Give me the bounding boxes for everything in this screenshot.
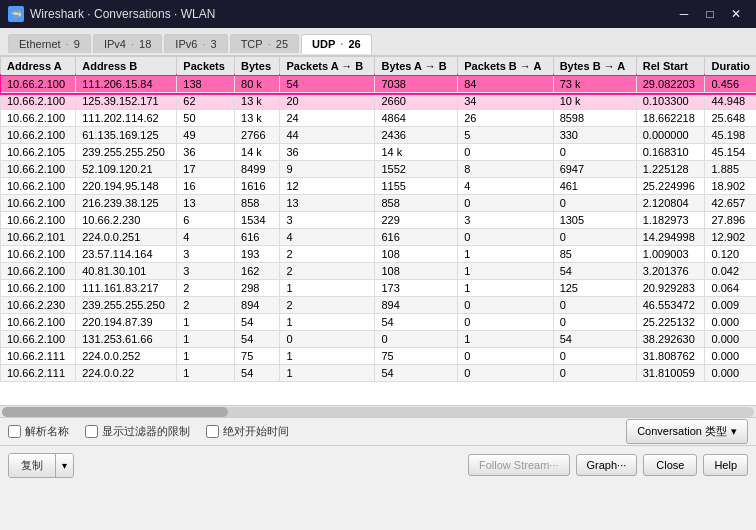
table-row[interactable]: 10.66.2.101224.0.0.251461646160014.29499… [1, 229, 757, 246]
col-address-a[interactable]: Address A [1, 57, 76, 76]
table-cell: 10.66.2.100 [1, 212, 76, 229]
table-row[interactable]: 10.66.2.10040.81.30.101316221081543.2013… [1, 263, 757, 280]
table-row[interactable]: 10.66.2.10010.66.2.230615343229313051.18… [1, 212, 757, 229]
table-cell: 40.81.30.101 [76, 263, 177, 280]
col-address-b[interactable]: Address B [76, 57, 177, 76]
title-bar: 🦈 Wireshark · Conversations · WLAN ─ □ ✕ [0, 0, 756, 28]
table-cell: 13 k [235, 110, 280, 127]
table-cell: 18.662218 [636, 110, 705, 127]
table-cell: 1534 [235, 212, 280, 229]
table-row[interactable]: 10.66.2.10061.135.169.125492766442436533… [1, 127, 757, 144]
abs-start-time-checkbox[interactable] [206, 425, 219, 438]
table-cell: 27.896 [705, 212, 756, 229]
table-cell: 14 k [235, 144, 280, 161]
table-cell: 224.0.0.252 [76, 348, 177, 365]
table-row[interactable]: 10.66.2.100220.194.95.148161616121155446… [1, 178, 757, 195]
table-cell: 13 [280, 195, 375, 212]
table-cell: 46.553472 [636, 297, 705, 314]
maximize-button[interactable]: □ [698, 5, 722, 23]
table-cell: 61.135.169.125 [76, 127, 177, 144]
copy-button[interactable]: 复制 [9, 454, 55, 477]
col-bytes[interactable]: Bytes [235, 57, 280, 76]
table-row[interactable]: 10.66.2.111224.0.0.221541540031.8100590.… [1, 365, 757, 382]
table-cell: 6 [177, 212, 235, 229]
table-cell: 0 [458, 314, 553, 331]
table-row[interactable]: 10.66.2.230239.255.255.250289428940046.5… [1, 297, 757, 314]
table-row[interactable]: 10.66.2.100131.253.61.661540015438.29263… [1, 331, 757, 348]
table-cell: 229 [375, 212, 458, 229]
table-row[interactable]: 10.66.2.10052.109.120.211784999155286947… [1, 161, 757, 178]
table-cell: 42.657 [705, 195, 756, 212]
table-cell: 14 k [375, 144, 458, 161]
table-row[interactable]: 10.66.2.111224.0.0.2521751750031.8087620… [1, 348, 757, 365]
table-cell: 44 [280, 127, 375, 144]
table-cell: 75 [235, 348, 280, 365]
table-row[interactable]: 10.66.2.100111.161.83.21722981173112520.… [1, 280, 757, 297]
table-cell: 2 [177, 297, 235, 314]
table-row[interactable]: 10.66.2.100216.239.38.1251385813858002.1… [1, 195, 757, 212]
table-cell: 54 [235, 331, 280, 348]
table-cell: 0.456 [705, 76, 756, 93]
table-cell: 10.66.2.100 [1, 93, 76, 110]
table-cell: 111.161.83.217 [76, 280, 177, 297]
table-row[interactable]: 10.66.2.100220.194.87.391541540025.22513… [1, 314, 757, 331]
table-cell: 0 [375, 331, 458, 348]
table-cell: 1 [280, 348, 375, 365]
graph-button[interactable]: Graph··· [576, 454, 638, 476]
table-row[interactable]: 10.66.2.100111.206.15.8413880 k547038847… [1, 76, 757, 93]
table-cell: 54 [375, 314, 458, 331]
table-cell: 0.042 [705, 263, 756, 280]
table-cell: 2 [177, 280, 235, 297]
table-cell: 10.66.2.111 [1, 365, 76, 382]
table-cell: 24 [280, 110, 375, 127]
table-cell: 2 [280, 263, 375, 280]
table-cell: 1 [177, 348, 235, 365]
col-duration[interactable]: Duratio [705, 57, 756, 76]
table-cell: 45.198 [705, 127, 756, 144]
tab-ipv6[interactable]: IPv6 · 3 [164, 34, 227, 53]
table-row[interactable]: 10.66.2.100111.202.114.625013 k244864268… [1, 110, 757, 127]
table-cell: 108 [375, 246, 458, 263]
table-cell: 4864 [375, 110, 458, 127]
col-bytes-a-b[interactable]: Bytes A → B [375, 57, 458, 76]
col-packets[interactable]: Packets [177, 57, 235, 76]
tab-udp[interactable]: UDP · 26 [301, 34, 372, 54]
horizontal-scrollbar[interactable] [2, 407, 754, 417]
table-cell: 0 [458, 144, 553, 161]
table-cell: 111.206.15.84 [76, 76, 177, 93]
conversation-type-button[interactable]: Conversation 类型 ▾ [626, 419, 748, 444]
table-cell: 16 [177, 178, 235, 195]
tab-tcp[interactable]: TCP · 25 [230, 34, 299, 53]
col-packets-a-b[interactable]: Packets A → B [280, 57, 375, 76]
display-filter-checkbox[interactable] [85, 425, 98, 438]
col-packets-b-a[interactable]: Packets B → A [458, 57, 553, 76]
table-row[interactable]: 10.66.2.100125.39.152.1716213 k202660341… [1, 93, 757, 110]
table-cell: 224.0.0.251 [76, 229, 177, 246]
help-button[interactable]: Help [703, 454, 748, 476]
table-cell: 75 [375, 348, 458, 365]
follow-stream-button[interactable]: Follow Stream··· [468, 454, 569, 476]
table-cell: 3 [177, 246, 235, 263]
table-cell: 10.66.2.100 [1, 178, 76, 195]
resolve-names-checkbox[interactable] [8, 425, 21, 438]
table-cell: 10.66.2.100 [1, 76, 76, 93]
resolve-names-group: 解析名称 [8, 424, 69, 439]
table-cell: 10 k [553, 93, 636, 110]
table-cell: 17 [177, 161, 235, 178]
table-cell: 1 [177, 365, 235, 382]
close-button[interactable]: Close [643, 454, 697, 476]
close-window-button[interactable]: ✕ [724, 5, 748, 23]
copy-dropdown-button[interactable]: ▾ [55, 454, 73, 477]
tab-bar: Ethernet · 9 IPv4 · 18 IPv6 · 3 TCP · 25… [0, 28, 756, 56]
table-row[interactable]: 10.66.2.105239.255.255.2503614 k3614 k00… [1, 144, 757, 161]
tab-ethernet[interactable]: Ethernet · 9 [8, 34, 91, 53]
col-rel-start[interactable]: Rel Start [636, 57, 705, 76]
tab-ipv4[interactable]: IPv4 · 18 [93, 34, 162, 53]
col-bytes-b-a[interactable]: Bytes B → A [553, 57, 636, 76]
table-cell: 330 [553, 127, 636, 144]
table-cell: 36 [280, 144, 375, 161]
table-cell: 0 [458, 365, 553, 382]
minimize-button[interactable]: ─ [672, 5, 696, 23]
table-cell: 26 [458, 110, 553, 127]
table-row[interactable]: 10.66.2.10023.57.114.164319321081851.009… [1, 246, 757, 263]
